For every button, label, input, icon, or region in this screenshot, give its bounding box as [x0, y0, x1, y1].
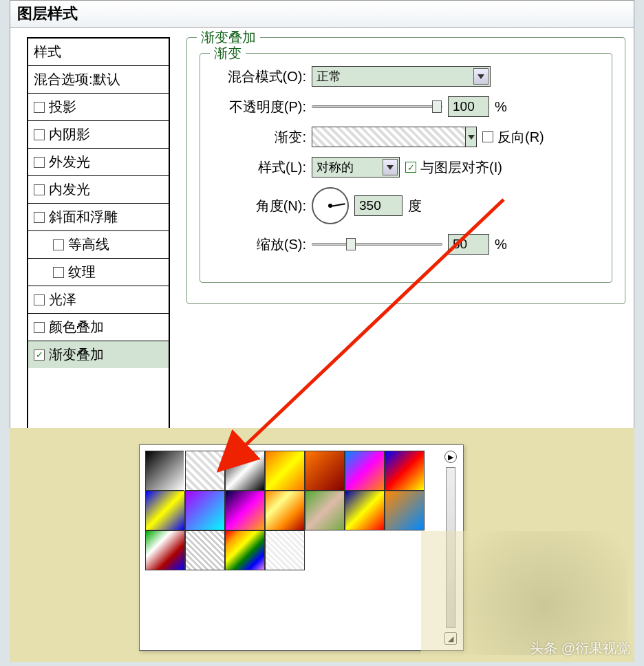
gradient-style-select[interactable]: 对称的 — [312, 157, 400, 178]
blending-options-row[interactable]: 混合选项:默认 — [28, 66, 169, 94]
gradient-swatch-item[interactable] — [145, 530, 185, 570]
style-row-color-overlay[interactable]: 颜色叠加 — [28, 314, 169, 341]
layer-style-dialog: 图层样式 样式 混合选项:默认 投影 内阴影 外发光 内发光 斜面和浮雕 等高线… — [10, 0, 634, 430]
scale-unit: % — [495, 237, 507, 253]
style-label2: 样式(L): — [210, 158, 306, 177]
scrollbar[interactable] — [446, 467, 455, 628]
checkbox-icon[interactable] — [405, 162, 416, 173]
style-value: 对称的 — [316, 159, 354, 175]
gradient-swatch-item[interactable] — [225, 451, 265, 491]
style-label: 投影 — [49, 98, 76, 116]
style-row-satin[interactable]: 光泽 — [28, 286, 169, 314]
style-row-drop-shadow[interactable]: 投影 — [28, 94, 169, 121]
angle-input[interactable]: 350 — [354, 195, 402, 216]
style-row-outer-glow[interactable]: 外发光 — [28, 149, 169, 176]
style-row-inner-shadow[interactable]: 内阴影 — [28, 121, 169, 149]
blend-mode-label: 混合模式(O): — [210, 67, 306, 86]
gradient-swatch-item[interactable] — [265, 530, 305, 570]
angle-unit: 度 — [408, 197, 422, 215]
style-label: 内阴影 — [49, 125, 90, 144]
watermark-text: 头条 @衍果视觉 — [530, 639, 630, 658]
slider-thumb[interactable] — [346, 238, 356, 250]
gradient-inner-group: 渐变 混合模式(O): 正常 不透明度(P): 100 % — [200, 53, 612, 283]
scale-slider[interactable] — [312, 243, 442, 246]
opacity-label: 不透明度(P): — [210, 98, 306, 116]
style-row-inner-glow[interactable]: 内发光 — [28, 176, 169, 204]
style-label: 外发光 — [49, 153, 90, 171]
gradient-swatch-item[interactable] — [345, 491, 385, 530]
style-label: 斜面和浮雕 — [49, 208, 118, 226]
style-label: 颜色叠加 — [49, 318, 104, 336]
opacity-input[interactable]: 100 — [448, 96, 489, 117]
styles-header[interactable]: 样式 — [28, 39, 169, 66]
gradient-swatch-item[interactable] — [345, 451, 385, 491]
angle-dial[interactable] — [312, 187, 349, 224]
slider-thumb[interactable] — [432, 100, 442, 113]
style-label: 内发光 — [49, 180, 90, 199]
gradient-swatch-item[interactable] — [385, 451, 425, 491]
style-row-gradient-overlay[interactable]: 渐变叠加 — [28, 341, 169, 368]
gradient-picker-panel: ▶ ◢ — [139, 444, 464, 651]
angle-label: 角度(N): — [210, 197, 306, 215]
gradient-swatch-item[interactable] — [305, 491, 345, 530]
opacity-unit: % — [495, 99, 507, 115]
style-label: 纹理 — [68, 263, 96, 281]
inner-legend: 渐变 — [210, 44, 246, 63]
style-row-contour[interactable]: 等高线 — [28, 231, 169, 259]
style-row-texture[interactable]: 纹理 — [28, 259, 169, 286]
gradient-swatch-item[interactable] — [185, 530, 225, 570]
gradient-swatch-item[interactable] — [385, 491, 425, 530]
gradient-swatch-item[interactable] — [265, 491, 305, 530]
gradient-swatch-grid — [145, 451, 458, 570]
chevron-down-icon[interactable] — [465, 127, 476, 147]
gradient-swatch-item[interactable] — [225, 491, 265, 530]
flyout-menu-icon[interactable]: ▶ — [444, 451, 457, 463]
gradient-swatch-item[interactable] — [265, 451, 305, 491]
gradient-overlay-group: 渐变叠加 渐变 混合模式(O): 正常 不透明度(P): 100 — [186, 37, 625, 304]
gradient-swatch-item[interactable] — [225, 530, 265, 570]
scale-input[interactable]: 50 — [448, 234, 489, 255]
gradient-swatch[interactable] — [312, 127, 477, 147]
align-checkbox[interactable]: 与图层对齐(I) — [405, 158, 502, 177]
chevron-down-icon[interactable] — [383, 159, 398, 175]
blend-mode-value: 正常 — [316, 68, 341, 85]
chevron-down-icon[interactable] — [473, 68, 489, 85]
style-row-bevel[interactable]: 斜面和浮雕 — [28, 204, 169, 231]
gradient-picker-backdrop: ▶ ◢ — [10, 428, 634, 662]
gradient-swatch-item[interactable] — [145, 451, 185, 491]
styles-list: 样式 混合选项:默认 投影 内阴影 外发光 内发光 斜面和浮雕 等高线 纹理 光… — [27, 37, 170, 429]
scale-label: 缩放(S): — [210, 235, 306, 254]
checkbox-icon[interactable] — [34, 350, 45, 361]
opacity-slider[interactable] — [312, 105, 442, 108]
reverse-checkbox[interactable]: 反向(R) — [482, 128, 544, 147]
gradient-label: 渐变: — [210, 128, 306, 147]
gradient-swatch-item[interactable] — [185, 451, 225, 491]
gradient-swatch-item[interactable] — [145, 491, 185, 530]
gradient-swatch-item[interactable] — [305, 451, 345, 491]
resize-handle-icon[interactable]: ◢ — [444, 632, 457, 645]
style-label: 渐变叠加 — [49, 345, 104, 364]
dialog-title: 图层样式 — [10, 1, 634, 28]
blend-mode-select[interactable]: 正常 — [312, 66, 491, 87]
style-label: 光泽 — [49, 290, 76, 309]
style-label: 等高线 — [68, 235, 109, 254]
gradient-swatch-item[interactable] — [185, 491, 225, 530]
